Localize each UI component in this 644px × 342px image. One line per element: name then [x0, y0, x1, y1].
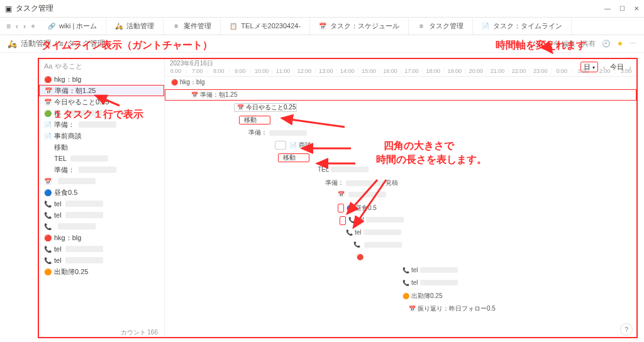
timeline-next[interactable]: ›	[629, 63, 631, 71]
timeline-prev[interactable]: ‹	[603, 63, 606, 71]
task-list-row[interactable]: 📞	[39, 221, 164, 232]
row-icon: 📄	[44, 133, 52, 140]
timeline-today[interactable]: 今日	[610, 62, 624, 72]
row-icon: 📅	[44, 99, 52, 106]
scooter-icon: 🛵	[8, 40, 17, 48]
tab-telmemo[interactable]: 📋TELメモ20230424-	[221, 18, 310, 35]
row-label: tel	[54, 211, 62, 219]
timeline-label[interactable]: 🔴	[357, 254, 365, 260]
timeline-row: 📅振り返り：昨日フォロー0.5	[165, 303, 636, 316]
tab-deals[interactable]: ≡案件管理	[164, 18, 221, 35]
task-list-row[interactable]: 🔵昼食0.5	[39, 187, 164, 198]
timeline-label[interactable]: 📞	[353, 241, 402, 248]
task-list-row[interactable]: 📄準備：	[39, 119, 164, 130]
timeline-label[interactable]: 📞tel	[346, 229, 401, 236]
hour-tick: 15:00	[358, 68, 379, 74]
nav-back[interactable]: ‹	[16, 22, 18, 31]
timeline-row: 📞tel	[165, 228, 636, 240]
task-list-row[interactable]: 🔴hkg：blg	[39, 232, 164, 243]
hour-tick: 22:00	[508, 68, 530, 74]
timeline-row: 📅今日やること0.25	[165, 102, 636, 114]
row-label: 移	[54, 109, 61, 118]
tab-timeline[interactable]: 📄タスク：タイムライン	[473, 18, 572, 35]
calendar-icon: 📅	[319, 23, 326, 30]
nav-forward[interactable]: ›	[23, 22, 26, 31]
row-label: 準備：	[54, 120, 75, 130]
task-list-row[interactable]: 📄事前商談	[39, 130, 164, 141]
timeline-label[interactable]: 📞tel	[402, 279, 458, 286]
task-list-row[interactable]: 📞tel	[39, 198, 164, 209]
timeline-bar[interactable]	[275, 141, 286, 150]
task-list-row[interactable]: 📞tel	[39, 243, 164, 255]
app-icon: ▣	[5, 4, 12, 13]
timeline-row: 🔴hkg：blg	[165, 77, 636, 89]
task-list-row[interactable]: 📅準備：朝1.25	[39, 85, 164, 96]
timeline-label: 🔵昼食0.5	[347, 204, 377, 212]
timeline-bar[interactable]: 移動	[278, 153, 309, 162]
hour-tick: 11:00	[272, 68, 293, 74]
row-label: 移動	[54, 143, 68, 152]
tab-wiki[interactable]: 🔗wiki | ホーム	[39, 18, 106, 35]
maximize-button[interactable]: ☐	[619, 5, 625, 12]
task-list-row[interactable]: 準備：	[39, 164, 164, 175]
timeline-label[interactable]: 準備：見積	[323, 179, 398, 187]
hour-tick: 8:00	[208, 68, 229, 74]
task-list-row[interactable]: 📅今日やること0.25	[39, 96, 164, 108]
tab-activity[interactable]: 🛵活動管理	[106, 18, 164, 35]
timeline-label[interactable]: 🔴hkg：blg	[171, 78, 204, 87]
task-list-row[interactable]: 🔴hkg：blg	[39, 74, 164, 85]
clock-icon[interactable]: 🕘	[602, 40, 611, 48]
timeline-bar[interactable]: 移動	[239, 116, 270, 124]
row-icon: 📅	[44, 178, 52, 185]
row-icon: 🔴	[44, 76, 52, 83]
task-list-row[interactable]: 📞tel	[39, 255, 164, 266]
row-icon: 🔴	[44, 234, 52, 241]
timeline-row: 準備：	[165, 127, 636, 140]
task-list-row[interactable]: 📅	[39, 175, 164, 187]
timeline-label: 📞tel	[348, 216, 404, 223]
breadcrumb-page[interactable]: タスク管理	[67, 38, 105, 49]
task-list-row[interactable]: TEL	[39, 153, 164, 164]
timeline-label[interactable]: 📞tel	[402, 267, 458, 273]
row-icon: 📄	[44, 121, 52, 128]
new-tab[interactable]: +	[31, 22, 35, 31]
close-button[interactable]: ✕	[634, 5, 639, 12]
hour-tick: 23:00	[530, 68, 551, 74]
task-list-row[interactable]: 📞tel	[39, 209, 164, 221]
timeline-bar[interactable]: 📅準備：朝1.25	[191, 91, 237, 99]
timeline-bar[interactable]	[338, 204, 344, 212]
row-label: hkg：blg	[54, 75, 81, 84]
row-icon: 📅	[45, 87, 52, 94]
timeline-bar[interactable]: 📅今日やること0.25	[234, 103, 297, 112]
tab-task-manage[interactable]: ≡タスク管理	[409, 18, 473, 35]
timeline-label[interactable]: 📅	[338, 191, 386, 197]
menu-icon[interactable]: ≡	[6, 22, 11, 31]
timeline-row: 準備：見積	[165, 177, 636, 190]
row-icon: 📞	[44, 223, 52, 230]
hour-tick: 0:00	[551, 68, 572, 74]
star-button[interactable]: ★	[617, 40, 623, 48]
timeline-label[interactable]: 準備：	[247, 128, 307, 137]
timeline-unit-selector[interactable]: 日 ▾	[580, 62, 598, 72]
timeline-row: 🔴	[165, 253, 636, 265]
timeline-label[interactable]: TEL	[316, 166, 369, 173]
task-list-row[interactable]: 🟢移	[39, 108, 164, 119]
tab-schedule[interactable]: 📅タスク：スケジュール	[310, 18, 409, 35]
breadcrumb-root[interactable]: 活動管理	[21, 38, 51, 49]
hour-tick: 14:00	[336, 68, 358, 74]
timeline-label[interactable]: 🟠出勤簿0.25	[402, 292, 442, 301]
hour-tick: 7:00	[186, 68, 208, 74]
task-list-row[interactable]: 移動	[39, 141, 164, 153]
minimize-button[interactable]: —	[604, 5, 611, 12]
sidebar-header: Aa やること	[39, 59, 164, 74]
hour-tick: 6:00	[165, 68, 186, 74]
help-button[interactable]: ?	[620, 323, 633, 336]
share-button[interactable]: 共有	[582, 39, 596, 48]
timeline-label[interactable]: 📅振り返り：昨日フォロー0.5	[409, 304, 496, 313]
hour-tick: 12:00	[294, 68, 315, 74]
window-title: タスク管理	[16, 3, 53, 14]
more-button[interactable]: ⋯	[630, 40, 636, 48]
task-list-row[interactable]: 🟠出勤簿0.25	[39, 266, 164, 277]
timeline-bar[interactable]	[340, 216, 346, 225]
row-label: tel	[54, 245, 62, 253]
